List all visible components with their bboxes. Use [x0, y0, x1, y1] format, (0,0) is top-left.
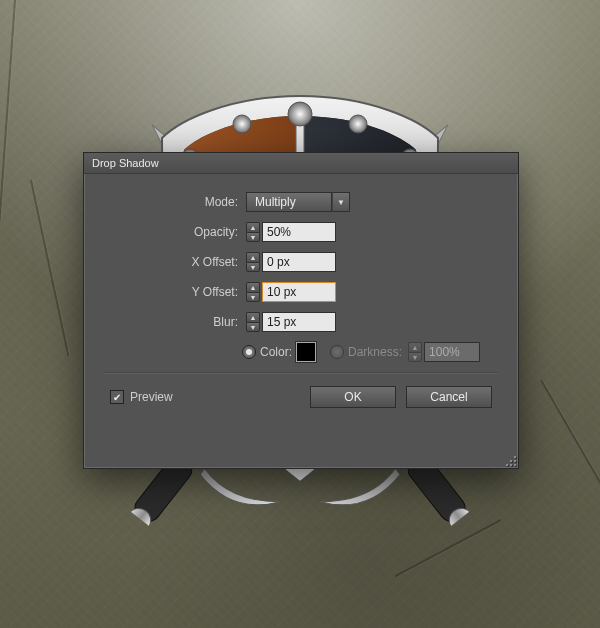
blur-input[interactable]: [262, 312, 336, 332]
opacity-input[interactable]: [262, 222, 336, 242]
color-radio[interactable]: [242, 345, 256, 359]
preview-label: Preview: [130, 390, 173, 404]
dialog-title: Drop Shadow: [92, 157, 159, 169]
color-swatch[interactable]: [296, 342, 316, 362]
darkness-label: Darkness:: [348, 345, 402, 359]
opacity-spin-up[interactable]: ▲: [246, 222, 260, 232]
chevron-down-icon: ▼: [332, 192, 350, 212]
dialog-titlebar[interactable]: Drop Shadow: [84, 153, 518, 174]
y-offset-label: Y Offset:: [104, 285, 246, 299]
x-offset-label: X Offset:: [104, 255, 246, 269]
y-offset-input[interactable]: [262, 282, 336, 302]
preview-checkbox[interactable]: ✔: [110, 390, 124, 404]
blur-label: Blur:: [104, 315, 246, 329]
mode-select-value: Multiply: [246, 192, 332, 212]
ok-button[interactable]: OK: [310, 386, 396, 408]
darkness-spin-up: ▲: [408, 342, 422, 352]
y-offset-spin-up[interactable]: ▲: [246, 282, 260, 292]
mode-select[interactable]: Multiply ▼: [246, 192, 350, 212]
cancel-button[interactable]: Cancel: [406, 386, 492, 408]
x-offset-spin-up[interactable]: ▲: [246, 252, 260, 262]
darkness-spin-down: ▼: [408, 352, 422, 362]
resize-grip[interactable]: [504, 454, 516, 466]
y-offset-spin-down[interactable]: ▼: [246, 292, 260, 302]
x-offset-spin-down[interactable]: ▼: [246, 262, 260, 272]
opacity-label: Opacity:: [104, 225, 246, 239]
divider: [104, 372, 498, 374]
opacity-spin-down[interactable]: ▼: [246, 232, 260, 242]
blur-spin-up[interactable]: ▲: [246, 312, 260, 322]
darkness-radio[interactable]: [330, 345, 344, 359]
x-offset-input[interactable]: [262, 252, 336, 272]
color-label: Color:: [260, 345, 292, 359]
drop-shadow-dialog: Drop Shadow Mode: Multiply ▼ Opacity: ▲ …: [83, 152, 519, 469]
mode-label: Mode:: [104, 195, 246, 209]
darkness-input: [424, 342, 480, 362]
blur-spin-down[interactable]: ▼: [246, 322, 260, 332]
